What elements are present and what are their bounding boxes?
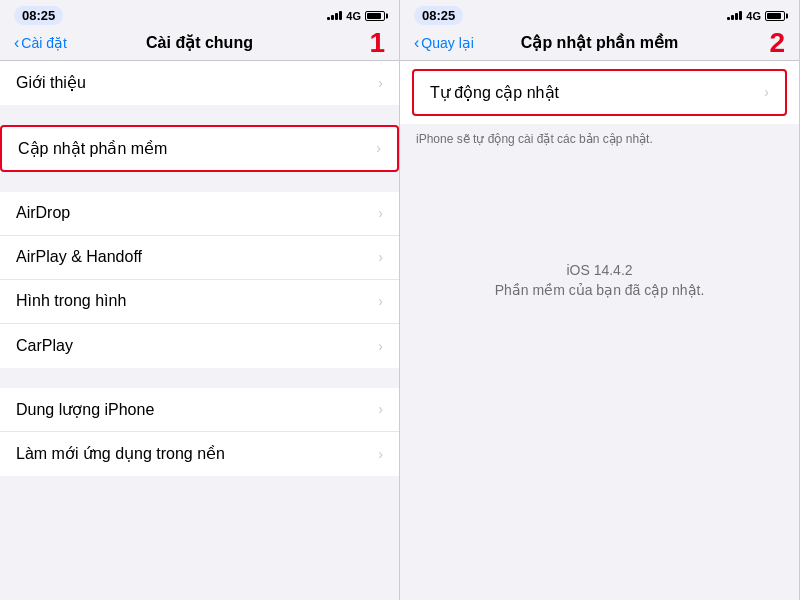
right-auto-update-section: Tự động cập nhật › xyxy=(400,61,799,124)
left-back-chevron-icon: ‹ xyxy=(14,34,19,52)
left-separator-2 xyxy=(0,172,399,182)
left-nav-bar: ‹ Cài đặt Cài đặt chung 1 xyxy=(0,29,399,60)
list-item-lammoi[interactable]: Làm mới ứng dụng trong nền › xyxy=(0,432,399,476)
left-4g-label: 4G xyxy=(346,10,361,22)
list-item-dungluong-chevron-icon: › xyxy=(378,401,383,417)
list-item-carplay-chevron-icon: › xyxy=(378,338,383,354)
left-back-button[interactable]: ‹ Cài đặt xyxy=(14,34,67,52)
version-status: Phần mềm của bạn đã cập nhật. xyxy=(495,282,705,298)
right-status-time: 08:25 xyxy=(414,6,463,25)
right-content: Tự động cập nhật › iPhone sẽ tự động cài… xyxy=(400,61,799,601)
right-4g-label: 4G xyxy=(746,10,761,22)
left-battery-icon xyxy=(365,11,385,21)
right-battery-icon xyxy=(765,11,785,21)
left-section-3: AirDrop › AirPlay & Handoff › Hình trong… xyxy=(0,192,399,368)
left-section-1: Giới thiệu › xyxy=(0,61,399,105)
left-status-bar: 08:25 4G xyxy=(0,0,399,29)
list-item-gioithieu-chevron-icon: › xyxy=(378,75,383,91)
list-item-carplay[interactable]: CarPlay › xyxy=(0,324,399,368)
list-item-airdrop[interactable]: AirDrop › xyxy=(0,192,399,236)
right-step-number: 2 xyxy=(769,27,785,59)
version-info: iOS 14.4.2 Phần mềm của bạn đã cập nhật. xyxy=(400,242,799,318)
list-item-carplay-label: CarPlay xyxy=(16,337,370,355)
list-item-airplay-chevron-icon: › xyxy=(378,249,383,265)
left-status-right: 4G xyxy=(327,10,385,22)
left-nav-title: Cài đặt chung xyxy=(146,33,253,52)
list-item-airdrop-chevron-icon: › xyxy=(378,205,383,221)
right-phone-panel: 08:25 4G ‹ Quay lại Cập nhật phần mềm 2 xyxy=(400,0,800,600)
right-back-button[interactable]: ‹ Quay lại xyxy=(414,34,474,52)
list-item-lammoi-label: Làm mới ứng dụng trong nền xyxy=(16,444,370,463)
list-item-hinhtrong-label: Hình trong hình xyxy=(16,292,370,310)
list-item-hinhtrong[interactable]: Hình trong hình › xyxy=(0,280,399,324)
right-back-chevron-icon: ‹ xyxy=(414,34,419,52)
list-item-airdrop-label: AirDrop xyxy=(16,204,370,222)
left-section-2: Cập nhật phần mềm › xyxy=(0,125,399,172)
left-section-4: Dung lượng iPhone › Làm mới ứng dụng tro… xyxy=(0,388,399,476)
list-item-gioithieu[interactable]: Giới thiệu › xyxy=(0,61,399,105)
list-item-lammoi-chevron-icon: › xyxy=(378,446,383,462)
left-separator-1 xyxy=(0,105,399,115)
right-signal-icon xyxy=(727,11,742,20)
list-item-hinhtrong-chevron-icon: › xyxy=(378,293,383,309)
auto-update-chevron-icon: › xyxy=(764,84,769,100)
left-signal-icon xyxy=(327,11,342,20)
list-item-airplay[interactable]: AirPlay & Handoff › xyxy=(0,236,399,280)
left-separator-3 xyxy=(0,368,399,378)
left-back-label: Cài đặt xyxy=(21,35,67,51)
right-status-right: 4G xyxy=(727,10,785,22)
right-status-bar: 08:25 4G xyxy=(400,0,799,29)
list-item-dungluong-label: Dung lượng iPhone xyxy=(16,400,370,419)
list-item-airplay-label: AirPlay & Handoff xyxy=(16,248,370,266)
list-item-gioithieu-label: Giới thiệu xyxy=(16,73,370,92)
version-number: iOS 14.4.2 xyxy=(566,262,632,278)
list-item-dungluong[interactable]: Dung lượng iPhone › xyxy=(0,388,399,432)
right-nav-bar: ‹ Quay lại Cập nhật phần mềm 2 xyxy=(400,29,799,60)
left-status-time: 08:25 xyxy=(14,6,63,25)
right-back-label: Quay lại xyxy=(421,35,474,51)
right-nav-title: Cập nhật phần mềm xyxy=(521,33,678,52)
update-description: iPhone sẽ tự động cài đặt các bản cập nh… xyxy=(400,124,799,162)
left-phone-panel: 08:25 4G ‹ Cài đặt Cài đặt chung 1 xyxy=(0,0,400,600)
auto-update-item[interactable]: Tự động cập nhật › xyxy=(412,69,787,116)
list-item-capnhat-label: Cập nhật phần mềm xyxy=(18,139,368,158)
left-step-number: 1 xyxy=(369,27,385,59)
list-item-capnhat-chevron-icon: › xyxy=(376,140,381,156)
list-item-capnhat[interactable]: Cập nhật phần mềm › xyxy=(0,125,399,172)
auto-update-label: Tự động cập nhật xyxy=(430,83,559,102)
left-list-content: Giới thiệu › Cập nhật phần mềm › AirDrop… xyxy=(0,61,399,601)
